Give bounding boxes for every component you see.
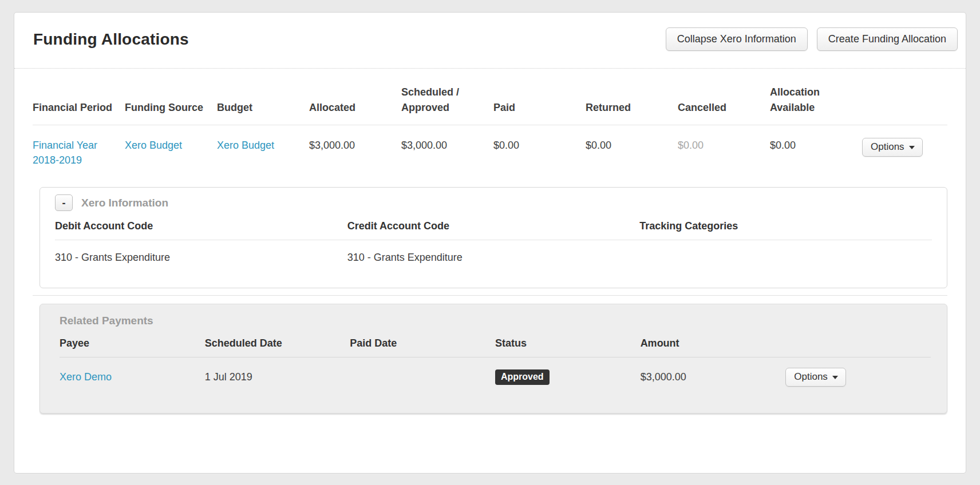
payment-options-label: Options — [794, 371, 828, 382]
chevron-down-icon — [832, 376, 838, 379]
status-badge: Approved — [495, 369, 550, 385]
header-buttons: Collapse Xero Information Create Funding… — [666, 27, 958, 51]
xero-information-header-row: Debit Account Code Credit Account Code T… — [55, 217, 932, 240]
xero-information-table: Debit Account Code Credit Account Code T… — [55, 217, 932, 264]
related-payments-header-row: Payee Scheduled Date Paid Date Status Am… — [60, 334, 931, 357]
allocated-value: $3,000.00 — [309, 125, 401, 173]
xero-information-title-row: - Xero Information — [55, 194, 932, 211]
budget-link[interactable]: Xero Budget — [217, 140, 274, 151]
chevron-down-icon — [909, 146, 915, 149]
header-budget: Budget — [217, 69, 309, 125]
allocation-options-label: Options — [871, 141, 904, 152]
header-allocation-available: Allocation Available — [770, 69, 862, 125]
related-payments-title: Related Payments — [60, 315, 931, 327]
header-amount: Amount — [641, 334, 786, 357]
header-rp-options — [785, 334, 931, 357]
header-allocated: Allocated — [309, 69, 401, 125]
allocations-table: Financial Period Funding Source Budget A… — [33, 69, 947, 172]
collapse-panel-button[interactable]: - — [55, 194, 73, 211]
header-credit-account-code: Credit Account Code — [347, 217, 640, 240]
funding-source-link[interactable]: Xero Budget — [125, 140, 182, 151]
header-scheduled-date: Scheduled Date — [205, 334, 350, 357]
header-debit-account-code: Debit Account Code — [55, 217, 347, 240]
funding-allocations-card: Funding Allocations Collapse Xero Inform… — [14, 12, 966, 474]
page-title: Funding Allocations — [33, 30, 189, 49]
row-divider — [33, 295, 947, 296]
header-scheduled-approved: Scheduled / Approved — [401, 69, 493, 125]
xero-information-row: 310 - Grants Expenditure 310 - Grants Ex… — [55, 240, 932, 264]
create-funding-allocation-button[interactable]: Create Funding Allocation — [817, 27, 958, 51]
allocation-options-button[interactable]: Options — [862, 138, 923, 157]
scheduled-date-value: 1 Jul 2019 — [205, 357, 350, 387]
related-payments-table: Payee Scheduled Date Paid Date Status Am… — [60, 334, 931, 387]
paid-date-value — [350, 357, 495, 387]
card-body: Financial Period Funding Source Budget A… — [14, 69, 966, 414]
xero-information-title: Xero Information — [81, 197, 168, 209]
header-cancelled: Cancelled — [678, 69, 770, 125]
amount-value: $3,000.00 — [641, 357, 786, 387]
header-paid-date: Paid Date — [350, 334, 495, 357]
tracking-categories-value — [639, 240, 932, 264]
payment-options-button[interactable]: Options — [785, 368, 846, 387]
xero-information-panel: - Xero Information Debit Account Code Cr… — [39, 187, 947, 288]
related-payments-panel: Related Payments Payee Scheduled Date Pa… — [39, 304, 947, 414]
header-returned: Returned — [586, 69, 678, 125]
allocation-row: Financial Year 2018-2019 Xero Budget Xer… — [33, 125, 947, 173]
header-financial-period: Financial Period — [33, 69, 125, 125]
collapse-xero-information-button[interactable]: Collapse Xero Information — [666, 27, 808, 51]
header-paid: Paid — [493, 69, 586, 125]
paid-value: $0.00 — [493, 125, 586, 173]
header-status: Status — [495, 334, 641, 357]
related-payment-row: Xero Demo 1 Jul 2019 Approved $3,000.00 … — [60, 357, 931, 387]
returned-value: $0.00 — [586, 125, 678, 173]
card-header: Funding Allocations Collapse Xero Inform… — [14, 13, 966, 69]
payee-link[interactable]: Xero Demo — [60, 371, 112, 383]
cancelled-value: $0.00 — [678, 125, 770, 173]
debit-account-code-value: 310 - Grants Expenditure — [55, 240, 347, 264]
header-tracking-categories: Tracking Categories — [639, 217, 932, 240]
header-funding-source: Funding Source — [125, 69, 217, 125]
allocations-header-row: Financial Period Funding Source Budget A… — [33, 69, 947, 125]
financial-period-link[interactable]: Financial Year 2018-2019 — [33, 140, 97, 166]
allocation-available-value: $0.00 — [770, 125, 862, 173]
credit-account-code-value: 310 - Grants Expenditure — [347, 240, 640, 264]
header-options — [862, 69, 947, 125]
scheduled-approved-value: $3,000.00 — [401, 125, 493, 173]
header-payee: Payee — [60, 334, 205, 357]
